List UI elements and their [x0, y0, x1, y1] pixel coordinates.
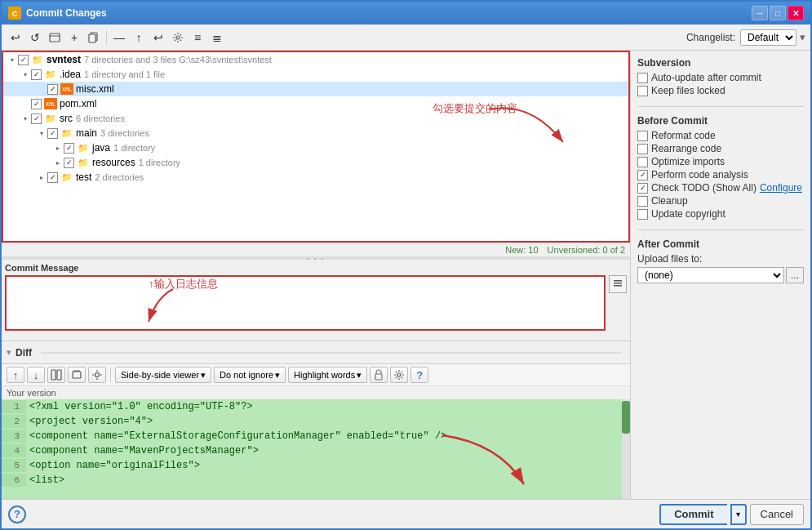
line-content-1: <?xml version="1.0" encoding="UTF-8"?>: [26, 399, 630, 414]
perform-analysis-checkbox[interactable]: [637, 170, 648, 180]
tree-label-resources: resources: [92, 157, 135, 168]
checkbox-pom-xml[interactable]: ✓: [31, 99, 42, 109]
minimize-button[interactable]: ─: [752, 6, 768, 20]
main-pane: ▾ ✓ 📁 svntest 7 directories and 3 files …: [2, 51, 631, 499]
check-todo-checkbox[interactable]: [637, 183, 648, 194]
code-line-3: 3 <component name="ExternalStorageConfig…: [2, 429, 630, 443]
arrow-resources: ▸: [54, 159, 62, 167]
keep-files-checkbox[interactable]: [637, 86, 648, 96]
diff-gear-btn[interactable]: [390, 367, 408, 383]
toolbar-copy-btn[interactable]: [85, 29, 103, 47]
toolbar-sort-btn[interactable]: ≡: [189, 29, 206, 47]
tree-item-src[interactable]: ▾ ✓ 📁 src 6 directories: [3, 111, 628, 126]
tree-item-svntest[interactable]: ▾ ✓ 📁 svntest 7 directories and 3 files …: [3, 52, 628, 67]
close-button[interactable]: ✕: [788, 6, 804, 20]
diff-sync-btn[interactable]: [47, 367, 65, 383]
commit-changes-window: C Commit Changes ─ □ ✕ ↩ ↺ + — ↑ ↩ ≡ ≣ C…: [0, 0, 812, 530]
upload-extra-btn[interactable]: …: [786, 267, 804, 283]
tree-item-pom-xml[interactable]: ▸ ✓ XML pom.xml: [3, 96, 628, 111]
diff-settings2-btn[interactable]: [88, 367, 106, 383]
code-line-4: 4 <component name="MavenProjectsManager"…: [2, 443, 630, 458]
upload-combo-row: (none) …: [637, 267, 804, 283]
diff-next-btn[interactable]: ↓: [27, 367, 45, 383]
svg-text:XML: XML: [62, 87, 73, 93]
tree-item-misc-xml[interactable]: ▸ ✓ XML misc.xml: [3, 82, 628, 96]
toolbar-group-btn[interactable]: ≣: [208, 29, 226, 47]
changelist-select[interactable]: Default: [740, 29, 796, 46]
line-content-3: <component name="ExternalStorageConfigur…: [26, 429, 630, 443]
highlight-dropdown[interactable]: Highlight words ▾: [288, 367, 367, 383]
checkbox-java[interactable]: ✓: [64, 143, 74, 154]
tree-item-test[interactable]: ▸ ✓ 📁 test 2 directories: [3, 170, 628, 185]
checkbox-idea[interactable]: ✓: [31, 69, 42, 80]
checkbox-main[interactable]: ✓: [47, 128, 58, 139]
viewer-dropdown[interactable]: Side-by-side viewer ▾: [115, 367, 211, 383]
reformat-label: Reformat code: [651, 130, 716, 141]
tree-item-resources[interactable]: ▸ ✓ 📁 resources 1 directory: [3, 155, 628, 170]
toolbar-move-up-btn[interactable]: ↑: [130, 29, 148, 47]
tree-label-src: src: [60, 113, 73, 124]
upload-files-select[interactable]: (none): [637, 267, 784, 283]
tree-detail-java: 1 directory: [113, 143, 155, 153]
help-button[interactable]: ?: [8, 506, 26, 523]
upload-files-label: Upload files to:: [637, 253, 804, 265]
lock-icon-btn[interactable]: [370, 367, 388, 383]
tree-item-idea[interactable]: ▾ ✓ 📁 .idea 1 directory and 1 file: [3, 67, 628, 82]
cleanup-checkbox[interactable]: [637, 196, 648, 207]
window-title: Commit Changes: [26, 7, 107, 19]
rearrange-checkbox[interactable]: [637, 144, 648, 154]
auto-update-checkbox[interactable]: [637, 73, 648, 83]
tree-detail-test: 2 directories: [95, 172, 144, 182]
toolbar-browse-btn[interactable]: [46, 29, 64, 47]
tree-detail-src: 6 directories: [76, 114, 125, 123]
tree-status: New: 10 Unversioned: 0 of 2: [2, 243, 630, 256]
line-content-5: <option name="originalFiles">: [26, 458, 630, 473]
diff-help-btn[interactable]: ?: [410, 367, 428, 383]
commit-msg-menu-btn[interactable]: [609, 275, 627, 293]
update-copyright-checkbox[interactable]: [637, 209, 648, 220]
folder-icon-idea: 📁: [44, 68, 57, 81]
configure-link[interactable]: Configure: [760, 182, 802, 194]
maximize-button[interactable]: □: [770, 6, 786, 20]
tree-label-java: java: [92, 142, 110, 154]
tree-label-main: main: [76, 127, 97, 139]
toolbar-undo-btn[interactable]: ↩: [149, 29, 167, 47]
code-scrollbar[interactable]: [622, 399, 630, 499]
checkbox-misc-xml[interactable]: ✓: [47, 84, 58, 95]
commit-button[interactable]: Commit: [659, 504, 726, 525]
commit-message-input[interactable]: [5, 275, 606, 331]
diff-toolbar: ↑ ↓ Side-by-side viewer ▾: [2, 364, 630, 386]
ignore-dropdown[interactable]: Do not ignore ▾: [214, 367, 286, 383]
toolbar-settings-btn[interactable]: [169, 29, 187, 47]
diff-prev-btn[interactable]: ↑: [7, 367, 24, 383]
toolbar-add-btn[interactable]: +: [65, 29, 83, 47]
toolbar-refresh-btn[interactable]: ↩: [7, 29, 24, 47]
app-icon: C: [8, 7, 21, 20]
reformat-row: Reformat code: [637, 130, 804, 141]
checkbox-src[interactable]: ✓: [31, 114, 42, 124]
diff-collapse-icon[interactable]: ▾: [7, 347, 11, 358]
before-commit-title: Before Commit: [637, 115, 804, 127]
checkbox-svntest[interactable]: ✓: [18, 55, 29, 65]
commit-msg-section: Commit Message: [2, 260, 630, 341]
diff-version-label: Your version: [2, 386, 630, 399]
commit-dropdown-btn[interactable]: ▾: [730, 504, 747, 525]
checkbox-resources[interactable]: ✓: [64, 158, 74, 168]
checkbox-test[interactable]: ✓: [47, 172, 58, 183]
folder-icon-test: 📁: [60, 171, 73, 184]
tree-item-java[interactable]: ▸ ✓ 📁 java 1 directory: [3, 140, 628, 155]
cancel-button[interactable]: Cancel: [750, 504, 804, 525]
toolbar-remove-btn[interactable]: —: [110, 29, 128, 47]
diff-copy-btn[interactable]: [68, 367, 86, 383]
code-line-5: 5 <option name="originalFiles">: [2, 458, 630, 473]
optimize-checkbox[interactable]: [637, 157, 648, 167]
toolbar-revert-btn[interactable]: ↺: [26, 29, 44, 47]
tree-item-main[interactable]: ▾ ✓ 📁 main 3 directories: [3, 126, 628, 140]
optimize-row: Optimize imports: [637, 156, 804, 167]
window-controls: ─ □ ✕: [752, 6, 804, 20]
bottom-bar: ? Commit ▾ Cancel: [2, 499, 810, 528]
subversion-title: Subversion: [637, 57, 804, 69]
scrollbar-thumb[interactable]: [622, 401, 630, 434]
svg-point-19: [95, 373, 100, 377]
reformat-checkbox[interactable]: [637, 131, 648, 141]
